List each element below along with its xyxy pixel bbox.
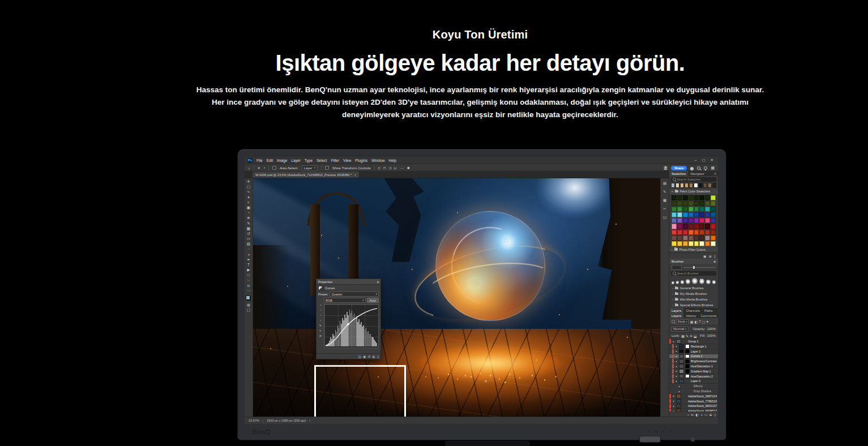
swatches-footer-icon[interactable]: ▯	[714, 254, 716, 258]
color-swatch[interactable]	[677, 241, 682, 246]
color-swatch[interactable]	[694, 183, 698, 188]
menu-item[interactable]: View	[343, 158, 351, 162]
color-swatch[interactable]	[703, 183, 707, 188]
color-swatch[interactable]	[689, 235, 694, 241]
color-swatch[interactable]	[694, 224, 699, 229]
color-swatch[interactable]	[689, 230, 694, 235]
brush-folder[interactable]: › Special Effects Brushes	[669, 302, 718, 308]
fill-value[interactable]: 100%	[707, 334, 716, 337]
menu-item[interactable]: Edit	[267, 158, 273, 162]
tab-navigator[interactable]: Navigator	[688, 171, 707, 176]
brush-preview[interactable]: 6	[676, 281, 679, 284]
workspace-icon[interactable]: ▦	[711, 166, 715, 170]
properties-footer-icon[interactable]: ↺	[367, 355, 370, 358]
curves-rail-icon[interactable]: ◔	[319, 314, 321, 317]
color-swatch[interactable]	[711, 195, 716, 200]
color-swatch[interactable]	[699, 224, 704, 229]
lasso-tool[interactable]: ∿	[247, 190, 250, 194]
menu-item[interactable]: Plugins	[355, 158, 367, 162]
brush-folder[interactable]: › Wet Media Brushes	[669, 297, 718, 302]
color-swatch[interactable]	[672, 224, 677, 229]
panel-menu-icon[interactable]: ≡	[377, 280, 379, 284]
shape-tool[interactable]: □	[247, 273, 250, 277]
tool-mode-icon[interactable]: ▢	[247, 308, 250, 312]
color-swatch[interactable]	[672, 201, 677, 206]
color-swatch[interactable]	[705, 212, 710, 217]
color-swatch[interactable]	[708, 183, 712, 188]
tab-history[interactable]: History	[683, 313, 698, 318]
layer-action-icon[interactable]: ◑	[700, 413, 702, 417]
color-swatch[interactable]	[683, 224, 688, 229]
tab-swatches[interactable]: Swatches	[669, 171, 688, 176]
curves-graph[interactable]	[324, 304, 379, 348]
color-swatch[interactable]	[680, 183, 684, 188]
brush-preview[interactable]: 5	[672, 281, 674, 284]
healing-brush-tool[interactable]: ⊕	[247, 216, 250, 220]
collapsed-adjustments-icon[interactable]: ✂	[663, 207, 666, 211]
brush-tool[interactable]: ✎	[247, 222, 250, 226]
lock-icon[interactable]: ✎	[686, 334, 689, 338]
auto-button[interactable]: Auto	[367, 298, 379, 303]
layer-row[interactable]: ● Hue/Saturation 1	[669, 364, 718, 369]
tab-layers-2[interactable]: Layers	[669, 313, 683, 318]
menu-item[interactable]: Type	[305, 158, 313, 162]
collapsed-libraries-icon[interactable]: ▦	[663, 198, 666, 203]
brush-preview[interactable]: 7	[712, 280, 716, 284]
layer-visibility-toggle[interactable]: ●	[672, 400, 675, 402]
curves-rail-icon[interactable]: ☞	[319, 303, 322, 307]
gradient-tool[interactable]: ▨	[247, 242, 250, 246]
more-tools-icon[interactable]: ⋯	[247, 289, 251, 293]
layer-filter-icon[interactable]: ▦	[690, 320, 694, 324]
color-swatch[interactable]	[699, 195, 704, 200]
color-swatch[interactable]	[712, 183, 716, 188]
eraser-tool[interactable]: ▭	[247, 237, 250, 241]
color-swatch[interactable]	[689, 224, 694, 229]
color-swatch[interactable]	[705, 207, 710, 212]
layer-visibility-toggle[interactable]: ●	[675, 355, 678, 358]
color-swatch[interactable]	[683, 230, 688, 235]
color-swatch[interactable]	[699, 212, 704, 217]
blend-mode-dropdown[interactable]: Normal ▾	[672, 327, 689, 332]
color-swatch[interactable]	[711, 235, 716, 241]
color-swatch[interactable]	[672, 218, 677, 223]
canvas[interactable]: Properties ≡ Curves Preset:	[253, 178, 660, 417]
clone-stamp-tool[interactable]: ▩	[247, 227, 250, 231]
curves-rail-icon[interactable]: ≋	[319, 334, 322, 337]
layer-row[interactable]: ● Rectangle 1	[669, 344, 718, 349]
chevron-right-icon[interactable]: ›	[309, 419, 310, 422]
menu-item[interactable]: Select	[317, 158, 327, 162]
auto-select-target-dropdown[interactable]: Layer ▾	[302, 165, 318, 171]
color-swatch[interactable]	[694, 195, 699, 200]
color-swatch[interactable]	[705, 241, 710, 246]
layer-row[interactable]: ● Brightness/Contrast 1	[669, 359, 718, 364]
layer-row[interactable]: ● Layer 1	[669, 349, 718, 354]
zoom-level[interactable]: 23.67%	[249, 419, 259, 422]
color-swatch[interactable]	[694, 201, 699, 206]
curves-rail-icon[interactable]: ∿	[319, 329, 322, 332]
color-swatch[interactable]	[694, 207, 699, 212]
tab-comments[interactable]: Comments	[698, 313, 718, 318]
color-swatch[interactable]	[677, 195, 682, 200]
color-swatch[interactable]	[711, 224, 716, 229]
monitor-power-button[interactable]	[639, 436, 661, 443]
color-swatch[interactable]	[694, 230, 699, 235]
color-swatch[interactable]	[699, 230, 704, 235]
lightbulb-icon[interactable]	[704, 166, 707, 170]
color-swatch[interactable]	[683, 207, 688, 212]
color-swatch[interactable]	[683, 201, 688, 206]
color-swatch[interactable]	[694, 241, 699, 246]
layer-visibility-toggle[interactable]: ●	[675, 360, 678, 363]
color-swatch[interactable]	[672, 212, 677, 217]
tab-channels[interactable]: Channels	[683, 308, 702, 313]
color-swatch[interactable]	[677, 201, 682, 206]
show-transform-checkbox[interactable]	[325, 166, 329, 170]
tab-paths[interactable]: Paths	[702, 308, 715, 313]
layer-visibility-toggle[interactable]: ●	[675, 370, 678, 372]
swatch-group-header[interactable]: ▾ Paint Color Swatches	[669, 189, 718, 194]
color-swatch[interactable]	[689, 241, 694, 246]
brush-size-slider[interactable]	[683, 267, 716, 268]
filter-kind-dropdown[interactable]: Kind ▾	[676, 319, 689, 324]
color-swatch[interactable]	[672, 195, 677, 200]
color-swatch[interactable]	[711, 230, 716, 235]
color-swatch[interactable]	[699, 241, 704, 246]
